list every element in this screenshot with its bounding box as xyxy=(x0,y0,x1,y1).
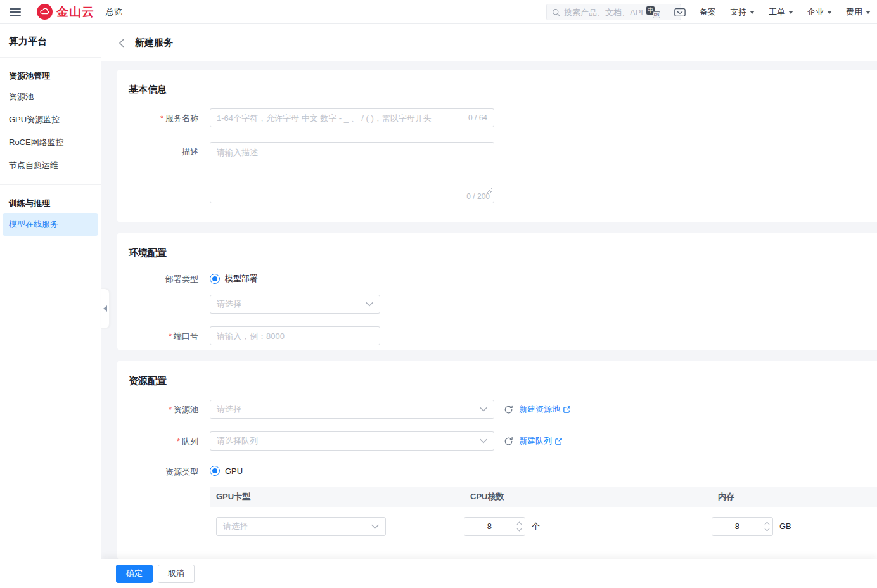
back-button[interactable] xyxy=(118,39,124,48)
page-title: 新建服务 xyxy=(135,37,173,49)
resource-type-radio-gpu[interactable]: GPU xyxy=(210,464,243,476)
create-queue-link[interactable]: 新建队列 xyxy=(519,435,552,447)
confirm-button[interactable]: 确定 xyxy=(116,565,153,583)
service-name-counter: 0 / 64 xyxy=(468,113,487,122)
nav-link-support[interactable]: 支持 xyxy=(730,6,755,18)
sidebar-item-roce-monitor[interactable]: RoCE网络监控 xyxy=(0,131,101,154)
description-textarea[interactable] xyxy=(210,143,494,203)
section-title-resource: 资源配置 xyxy=(129,375,877,387)
service-name-input[interactable] xyxy=(217,113,463,123)
memory-input[interactable] xyxy=(712,518,762,535)
col-header-gpu-card: GPU卡型 xyxy=(210,491,458,502)
radio-selected-icon xyxy=(210,274,220,284)
section-title-basic: 基本信息 xyxy=(129,84,877,96)
nav-overview-link[interactable]: 总览 xyxy=(106,6,122,18)
search-icon xyxy=(552,8,560,16)
chevron-left-icon xyxy=(118,39,124,48)
chevron-down-icon xyxy=(371,524,379,529)
step-down-icon[interactable] xyxy=(516,528,522,532)
col-header-memory: 内存 xyxy=(705,491,877,502)
radio-selected-icon xyxy=(210,466,220,476)
nav-link-ticket[interactable]: 工单 xyxy=(769,6,793,18)
table-row: 请选择 个 xyxy=(210,507,877,546)
memory-stepper[interactable] xyxy=(712,517,773,536)
form-row-resource-pool: *资源池 请选择 新建资源池 xyxy=(129,400,877,419)
description-label: 描述 xyxy=(129,142,198,203)
sidebar-title: 算力平台 xyxy=(0,24,101,58)
model-select[interactable]: 请选择 xyxy=(210,295,380,314)
hamburger-menu-icon[interactable] xyxy=(10,8,21,16)
chevron-down-icon xyxy=(788,11,793,14)
section-title-env: 环境配置 xyxy=(129,247,877,259)
cloud-logo-icon xyxy=(37,4,53,20)
deploy-type-radio-model[interactable]: 模型部署 xyxy=(210,272,380,284)
stepper-arrows xyxy=(514,518,525,535)
chevron-down-icon xyxy=(366,302,373,307)
section-resource-config: 资源配置 *资源池 请选择 新建资源池 *队列 请选 xyxy=(117,361,877,559)
cpu-cores-input[interactable] xyxy=(464,518,514,535)
brand-name: 金山云 xyxy=(56,4,94,20)
required-asterisk: * xyxy=(160,113,163,123)
required-asterisk: * xyxy=(177,437,180,446)
chevron-down-icon xyxy=(480,438,487,444)
chevron-down-icon xyxy=(480,407,487,412)
port-field[interactable] xyxy=(210,326,380,345)
queue-label: *队列 xyxy=(129,431,198,451)
step-up-icon[interactable] xyxy=(516,521,522,525)
description-field[interactable]: 0 / 200 xyxy=(210,142,494,203)
message-mail-icon[interactable] xyxy=(674,8,686,17)
form-row-deploy-type: 部署类型 模型部署 请选择 xyxy=(129,272,877,314)
sidebar-item-resource-pool[interactable]: 资源池 xyxy=(0,86,101,108)
create-pool-link[interactable]: 新建资源池 xyxy=(519,404,560,415)
port-input[interactable] xyxy=(217,331,373,341)
sidebar-item-gpu-monitor[interactable]: GPU资源监控 xyxy=(0,108,101,131)
form-row-service-name: *服务名称 0 / 64 xyxy=(129,108,877,127)
sidebar-item-node-selfheal[interactable]: 节点自愈运维 xyxy=(0,154,101,177)
cpu-cores-stepper[interactable] xyxy=(464,517,525,536)
collapse-left-icon xyxy=(103,305,107,312)
service-name-label: *服务名称 xyxy=(129,108,198,127)
step-up-icon[interactable] xyxy=(764,521,770,525)
chevron-down-icon xyxy=(827,11,832,14)
cpu-unit-label: 个 xyxy=(532,521,540,532)
chevron-down-icon xyxy=(750,11,755,14)
col-header-cpu-cores: CPU核数 xyxy=(458,491,705,502)
sidebar: 算力平台 资源池管理 资源池 GPU资源监控 RoCE网络监控 节点自愈运维 训… xyxy=(0,24,101,588)
brand-logo[interactable]: 金山云 xyxy=(37,4,94,20)
sidebar-item-model-online-service[interactable]: 模型在线服务 xyxy=(3,213,98,236)
gpu-resource-table: GPU卡型 CPU核数 内存 请选择 xyxy=(210,487,877,546)
table-header-row: GPU卡型 CPU核数 内存 xyxy=(210,487,877,507)
port-label: *端口号 xyxy=(129,326,198,345)
external-link-icon[interactable] xyxy=(554,437,563,445)
sidebar-group-resource-pool-mgmt: 资源池管理 xyxy=(0,58,101,86)
resource-pool-select[interactable]: 请选择 xyxy=(210,400,494,419)
section-basic-info: 基本信息 *服务名称 0 / 64 描述 0 / 200 xyxy=(117,70,877,222)
language-switch-icon[interactable]: 中 EN xyxy=(646,6,660,18)
memory-unit-label: GB xyxy=(779,521,791,531)
form-row-resource-type: 资源类型 GPU xyxy=(129,464,877,478)
column-separator xyxy=(712,493,712,501)
queue-select[interactable]: 请选择队列 xyxy=(210,431,494,451)
required-asterisk: * xyxy=(169,331,172,341)
sidebar-collapse-handle[interactable] xyxy=(101,288,110,329)
step-down-icon[interactable] xyxy=(764,528,770,532)
form-row-queue: *队列 请选择队列 新建队列 xyxy=(129,431,877,451)
cancel-button[interactable]: 取消 xyxy=(158,565,195,583)
section-env-config: 环境配置 部署类型 模型部署 请选择 *端口号 xyxy=(117,233,877,350)
top-navbar: 金山云 总览 中 EN 备案 支持 工单 企业 费用 xyxy=(0,0,877,24)
required-asterisk: * xyxy=(169,405,172,414)
nav-link-billing[interactable]: 费用 xyxy=(846,6,871,18)
refresh-pool-icon[interactable] xyxy=(504,405,513,414)
description-counter: 0 / 200 xyxy=(466,192,490,201)
form-row-port: *端口号 xyxy=(129,326,877,345)
nav-link-beian[interactable]: 备案 xyxy=(700,6,716,18)
column-separator xyxy=(464,493,464,501)
action-footer: 确定 取消 xyxy=(101,559,877,588)
service-name-field[interactable]: 0 / 64 xyxy=(210,108,494,127)
deploy-type-label: 部署类型 xyxy=(129,272,198,314)
gpu-card-select[interactable]: 请选择 xyxy=(216,517,386,536)
refresh-queue-icon[interactable] xyxy=(504,437,513,446)
nav-link-enterprise[interactable]: 企业 xyxy=(807,6,832,18)
external-link-icon[interactable] xyxy=(563,406,571,414)
sidebar-group-train-infer: 训练与推理 xyxy=(0,185,101,213)
